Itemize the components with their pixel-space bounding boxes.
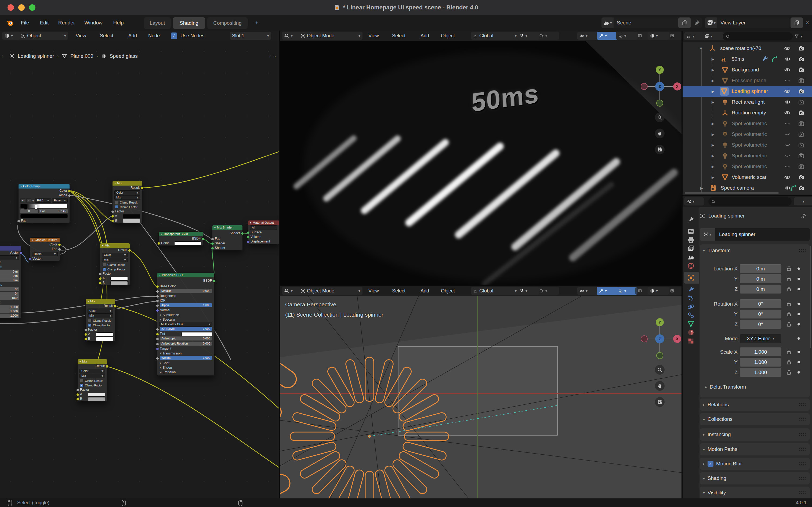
select-menu[interactable]: Select xyxy=(392,31,405,41)
zoom-button[interactable] xyxy=(655,113,664,122)
viewport-shading-dropdown[interactable]: ▾ xyxy=(648,32,669,40)
horizontal-scrollbar[interactable] xyxy=(685,192,779,194)
outliner-row[interactable]: Rotation empty xyxy=(683,107,812,118)
editor-type-button[interactable]: ▾ xyxy=(684,198,704,206)
scale-y-field[interactable]: 1.000 xyxy=(740,358,781,367)
ramp-interpolation[interactable]: Ease▾ xyxy=(52,198,68,203)
instancing-panel[interactable]: ▸Instancing xyxy=(700,428,810,441)
gradient-type-dropdown[interactable]: Radial▾ xyxy=(32,251,58,256)
properties-search-input[interactable] xyxy=(708,198,792,206)
tab-view-layer[interactable] xyxy=(687,245,695,252)
disable-render-toggle[interactable] xyxy=(798,56,805,62)
use-nodes-checkbox[interactable]: ✓ xyxy=(171,33,177,39)
lock-icon[interactable] xyxy=(786,321,792,327)
gizmo-y-axis[interactable]: Y xyxy=(657,68,662,72)
node-socket[interactable] xyxy=(58,243,61,246)
hide-viewport-toggle[interactable] xyxy=(784,163,791,170)
menu-window[interactable]: Window xyxy=(82,15,105,31)
delta-transform-header[interactable]: ▸Delta Transform xyxy=(705,384,746,390)
animate-dot[interactable] xyxy=(798,303,800,305)
node-principled-bsdf[interactable]: ▾Principled BSDF BSDF Base Color Metalli… xyxy=(157,273,215,376)
editor-type-button[interactable]: ▾ xyxy=(282,32,301,40)
maximize-window-button[interactable] xyxy=(29,4,36,11)
ramp-options-button[interactable]: ▾ xyxy=(32,199,34,203)
clamp-factor-checkbox[interactable]: ✓ xyxy=(115,205,118,209)
pin-icon[interactable] xyxy=(801,213,806,219)
lock-icon[interactable] xyxy=(786,311,792,317)
viewport-rendered[interactable]: 50ms ▾ Object Mode▾ View Select Add Obje… xyxy=(280,31,682,285)
disable-render-toggle[interactable] xyxy=(798,110,805,116)
gizmo-z-axis[interactable]: Z xyxy=(657,84,662,89)
mode-dropdown[interactable]: Object Mode▾ xyxy=(299,32,362,40)
transform-orientation-dropdown[interactable]: Global▾ xyxy=(471,287,519,295)
menu-help[interactable]: Help xyxy=(111,15,126,31)
rotation-x-field[interactable]: 0° xyxy=(740,299,781,308)
hide-viewport-toggle[interactable] xyxy=(784,88,791,95)
node-transparent-bsdf[interactable]: ▾Transparent BSDF BSDF Color xyxy=(159,231,203,246)
outliner-row[interactable]: ▼ scene rotation(-70 xyxy=(683,43,812,54)
add-workspace-button[interactable]: + xyxy=(251,15,263,31)
blender-logo-icon[interactable] xyxy=(6,19,14,26)
hide-viewport-toggle[interactable] xyxy=(784,120,791,127)
mode-dropdown[interactable]: Object Mode▾ xyxy=(299,287,362,295)
specular-distribution-dropdown[interactable]: Multiscatter GGX▾ xyxy=(159,322,213,327)
tab-output[interactable] xyxy=(687,236,695,244)
tab-scene[interactable] xyxy=(687,253,695,261)
panel-grip[interactable] xyxy=(799,249,807,252)
hide-viewport-toggle[interactable] xyxy=(784,185,791,191)
hide-viewport-toggle[interactable] xyxy=(784,67,791,73)
node-material-output[interactable]: ▾Material Output All Surface Volume Disp… xyxy=(248,220,279,244)
hide-viewport-toggle[interactable] xyxy=(784,110,791,116)
disable-render-toggle[interactable] xyxy=(798,131,805,137)
node-color-ramp[interactable]: ▾Color Ramp Color Alpha + − ▾ RGB▾ Ease▾… xyxy=(18,184,70,223)
node-socket[interactable] xyxy=(29,258,32,261)
lock-icon[interactable] xyxy=(786,286,792,292)
pan-button[interactable] xyxy=(655,381,664,391)
viewport-solid[interactable]: ▾ Object Mode▾ View Select Add Object Gl… xyxy=(280,286,682,498)
outliner-row[interactable]: ▶ Rect area light xyxy=(683,97,812,107)
new-view-layer-button[interactable] xyxy=(791,17,803,28)
node-socket[interactable] xyxy=(128,249,131,252)
shader-menu-select[interactable]: Select xyxy=(100,31,113,41)
close-window-button[interactable] xyxy=(7,4,14,11)
animate-dot[interactable] xyxy=(798,313,800,315)
hide-viewport-toggle[interactable] xyxy=(784,99,791,105)
hide-viewport-toggle[interactable] xyxy=(784,56,791,62)
view-menu[interactable]: View xyxy=(368,286,379,296)
navigation-gizmo[interactable]: Y X Z xyxy=(637,47,682,157)
object-name-field[interactable]: Loading spinner xyxy=(715,228,810,241)
ramp-stop-color-swatch[interactable] xyxy=(20,214,68,218)
shader-menu-add[interactable]: Add xyxy=(128,31,137,41)
show-gizmos-toggle[interactable]: ▾ xyxy=(597,287,618,295)
node-socket[interactable] xyxy=(111,210,114,213)
lock-icon[interactable] xyxy=(786,369,792,376)
visibility-panel[interactable]: ▾Visibility xyxy=(700,487,810,498)
node-socket[interactable] xyxy=(68,189,71,192)
outliner-row[interactable]: ▶ Volumetric scat xyxy=(683,172,812,183)
object-visibility-dropdown[interactable]: ▾ xyxy=(577,287,599,295)
shader-type-dropdown[interactable]: Object▾ xyxy=(19,32,68,40)
node-socket[interactable] xyxy=(58,248,61,251)
show-overlays-toggle[interactable]: ▾ xyxy=(616,32,637,40)
vertical-scrollbar[interactable] xyxy=(810,246,811,348)
node-mix-2[interactable]: ▾Mix Result Color▾ Mix▾ Clamp Result ✓Cl… xyxy=(100,243,130,285)
node-socket[interactable] xyxy=(19,251,22,255)
remove-view-layer-button[interactable]: × xyxy=(803,17,811,28)
shader-menu-node[interactable]: Node xyxy=(148,31,160,41)
id-type-dropdown[interactable]: ▾ xyxy=(700,228,715,241)
animate-dot[interactable] xyxy=(798,278,800,280)
outliner-row[interactable]: ▶ Speed camera xyxy=(683,183,812,193)
transform-orientation-dropdown[interactable]: Global▾ xyxy=(471,32,519,40)
ramp-pos-field[interactable]: Pos0.145 xyxy=(39,209,68,213)
minimize-window-button[interactable] xyxy=(18,4,25,11)
add-menu[interactable]: Add xyxy=(420,31,429,41)
editor-type-button[interactable]: ▾ xyxy=(282,287,301,295)
disable-render-toggle[interactable] xyxy=(798,88,805,95)
select-menu[interactable]: Select xyxy=(392,286,405,296)
new-scene-button[interactable] xyxy=(678,17,691,28)
node-gradient-texture[interactable]: ▾Gradient Texture Color Fac Radial▾ Vect… xyxy=(30,237,60,261)
outliner-row-selected[interactable]: ▶ Loading spinner xyxy=(683,86,812,97)
clamp-result-checkbox[interactable] xyxy=(115,201,118,204)
motion-paths-panel[interactable]: ▸Motion Paths xyxy=(700,443,810,455)
disable-render-toggle[interactable] xyxy=(798,99,805,105)
